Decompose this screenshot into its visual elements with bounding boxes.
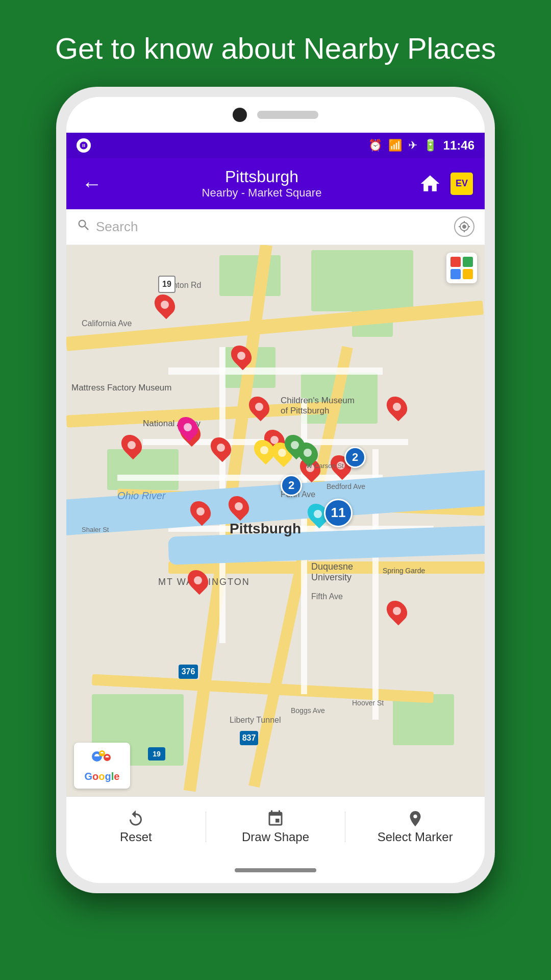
fifth-ave-label: Fifth Ave [311,592,343,601]
status-bar: ⏰ 📶 ✈ 🔋 11:46 [66,133,485,158]
google-text: Google [85,771,120,782]
grid-dot-green [463,257,473,267]
marker-1[interactable] [156,293,174,316]
spring-garden-label: Spring Garde [383,567,425,575]
phone-screen: ⏰ 📶 ✈ 🔋 11:46 ← Pittsburgh Nearby - Mark… [66,97,485,883]
marker-7[interactable] [212,436,230,459]
route-19-shield: 19 [158,276,176,293]
bottom-bezel [66,857,485,883]
cluster-11[interactable]: 11 [324,499,353,527]
phone-frame: ⏰ 📶 ✈ 🔋 11:46 ← Pittsburgh Nearby - Mark… [56,87,495,893]
app-bar-title: Pittsburgh Nearby - Market Square [107,167,416,200]
app-bar: ← Pittsburgh Nearby - Market Square EV [66,158,485,209]
cluster-2-1[interactable]: 2 [344,447,366,468]
google-map-logo [87,748,117,769]
wifi-icon: 📶 [388,139,402,152]
marker-green-2[interactable] [298,442,317,464]
reset-nav-item[interactable]: Reset [66,797,206,857]
search-bar: Search [66,209,485,245]
reset-icon [127,810,145,828]
app-bar-icons: EV [416,170,474,198]
alarm-icon: ⏰ [368,139,382,152]
map-layers-button[interactable] [446,253,477,283]
california-ave-label: California Ave [82,319,132,328]
battery-icon: 🔋 [423,139,437,152]
boggs-ave-label: Boggs Ave [291,706,325,715]
liberty-tunnel-label: Liberty Tunnel [230,716,281,725]
w-carson-st-label: W Carson St [306,462,344,470]
marker-12[interactable] [191,500,210,523]
headline: Get to know about Nearby Places [14,0,537,87]
status-right: ⏰ 📶 ✈ 🔋 11:46 [368,138,474,153]
marker-magenta-1[interactable] [179,416,197,438]
park-8 [107,449,179,490]
marker-yellow-1[interactable] [255,439,273,461]
marker-11[interactable] [230,495,248,518]
marker-5[interactable] [122,434,141,456]
ohio-river-label: Ohio River [117,490,165,502]
google-logo: Google [74,743,130,789]
select-marker-icon [406,810,424,828]
status-time: 11:46 [443,138,474,153]
airplane-icon: ✈ [408,139,417,152]
mattress-museum-label: Mattress Factory Museum [71,383,172,393]
pittsburgh-label: Pittsburgh [230,521,301,537]
grid-dot-blue [450,269,461,279]
park-2 [311,250,413,311]
route-376-shield: 376 [179,665,198,679]
street-1 [168,368,383,375]
marker-14[interactable] [388,600,406,622]
route-19-bypass-shield: 19 [148,747,165,761]
search-icon [77,218,91,236]
duquesne-label: DuquesneUniversity [311,561,353,583]
marker-13[interactable] [189,569,207,592]
marker-4[interactable] [388,396,406,418]
app-icon [77,138,91,153]
map-container[interactable]: Ohio River Pittsburgh MT WASHINGTON Duqu… [66,245,485,796]
bedford-ave-label: Bedford Ave [327,482,365,491]
gps-button[interactable] [454,216,474,237]
route-837-shield: 837 [240,731,258,745]
camera [233,108,247,122]
top-bezel [66,97,485,133]
app-subtitle: Nearby - Market Square [107,186,416,200]
status-left [77,138,91,153]
draw-shape-icon [266,810,285,828]
draw-shape-label: Draw Shape [242,830,309,844]
city-name: Pittsburgh [107,167,416,186]
shaler-st-label: Shaler St [82,526,109,533]
hoover-st-label: Hoover St [352,699,384,707]
childrens-museum-label: Children's Museumof Pittsburgh [281,396,355,416]
grid-dot-red [450,257,461,267]
home-button[interactable] [416,170,444,198]
park-1 [219,255,281,296]
speaker [257,111,318,119]
reset-label: Reset [120,830,152,844]
marker-3[interactable] [250,396,268,418]
back-button[interactable]: ← [77,168,107,199]
marker-2[interactable] [232,345,251,367]
bottom-nav: Reset Draw Shape Select Marker [66,796,485,857]
search-input[interactable]: Search [96,219,454,235]
draw-shape-nav-item[interactable]: Draw Shape [206,797,345,857]
grid-dot-yellow [463,269,473,279]
ev-button[interactable]: EV [449,171,474,197]
cluster-2-2[interactable]: 2 [281,475,302,496]
home-indicator [235,868,316,872]
select-marker-label: Select Marker [378,830,453,844]
select-marker-nav-item[interactable]: Select Marker [345,797,485,857]
